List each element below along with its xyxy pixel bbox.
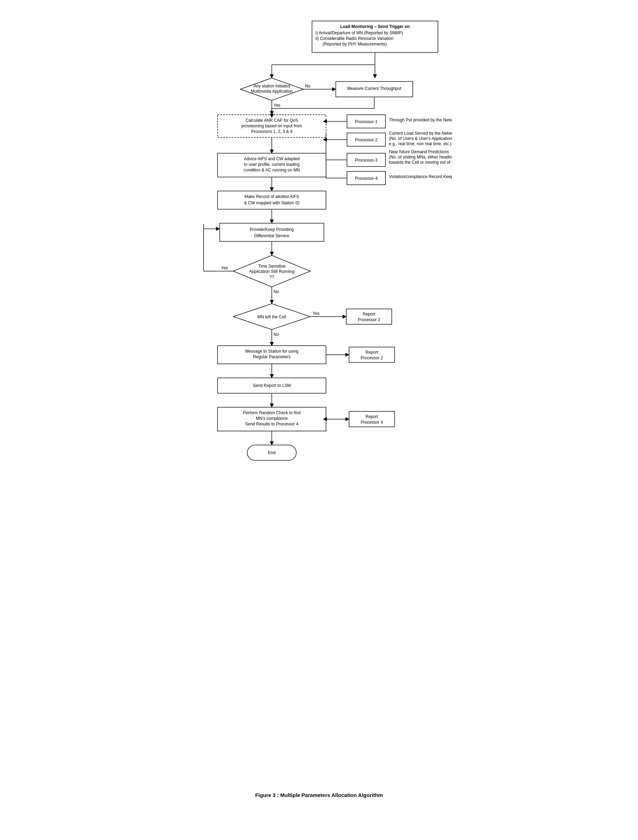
processor2-text: Processor-2 [355,137,378,142]
perform-random-l1: Perform Random Check to find [243,411,301,415]
no-label-any-station: No [305,84,311,88]
load-monitoring-line1: i) Arrival/Departure of MN (Reported by … [316,30,403,35]
make-record-l2: & CW mapped with Station ID [244,201,300,205]
processor3-label-l2: (No. of visiting MNs; either heading [389,155,452,159]
report-processor2b-l1: Report [365,350,379,355]
processor1-label: Through Put provided by the Network [389,118,452,122]
report-processor2a-l2: Processor 2 [358,317,380,322]
no-label-ts: No [273,289,279,294]
processor1-text: Processor-1 [355,119,378,124]
no-label-mn-left: No [273,332,279,337]
yes-label-mn-left: Yes [313,311,320,316]
mn-left-text: MN left the Cell [257,314,286,319]
make-record-box [218,191,326,209]
processor3-label-l1: Near future Demand Predictions [389,149,449,154]
processor4-label: Violation/compliance Record Keeper [389,174,452,179]
calc-anr-line3: Processors 1, 2, 3 & 4 [251,129,292,134]
message-station-l1: Message to Station for using [245,349,298,354]
perform-random-l3: Send Results to Processor 4 [245,422,298,426]
report-processor4-l1: Report [365,414,379,419]
arrowhead-lm-right [373,74,377,78]
arrowhead-random-rp4-right [346,417,349,421]
arrowhead-msg-send [270,374,273,378]
ts-l3: ?? [269,275,274,279]
load-monitoring-title: Load Monitoring – Send Trigger on [340,24,410,29]
yes-label-any-station: Yes [273,103,281,108]
measure-throughput-text: Measure Current Throughput [347,86,401,91]
processor2-label-l1: Current Load Served by the Network [389,131,452,136]
message-station-l2: Regular Parameters [253,354,290,359]
advice-aifs-l3: condition & AC running on MN [244,167,300,172]
arrowhead-random-end [270,442,273,445]
advice-aifs-l2: to user profile, current loading [244,162,300,167]
calc-anr-line1: Calculate ANR CAP for QoS [246,118,298,123]
provide-service-l2: Differential Service [254,233,290,238]
yes-label-ts: Yes [221,265,228,270]
arrowhead-yes-mn-left [343,315,346,318]
calc-anr-line2: provisioning based on input from [242,123,302,128]
perform-random-l2: MN's compliance [256,416,288,421]
make-record-l1: Make Record of allotted AIFS [245,194,299,199]
arrowhead-calc-advice [270,150,273,153]
load-monitoring-line2: ii) Considerable Radio Resource Variatio… [316,36,393,41]
arrowhead-no-mn-left [270,300,273,304]
report-processor2a-l1: Report [363,312,376,317]
provide-service-l1: Provide/Keep Providing [250,227,294,232]
arrowhead-msg-rp2b [346,353,349,357]
arrowhead-service-ts [270,252,273,256]
end-text: End [268,450,275,455]
send-report-text: Send Report to LSM [253,383,291,388]
any-station-line2: Multimedia Application [251,89,292,94]
flowchart-svg: Load Monitoring – Send Trigger on i) Arr… [186,14,452,784]
report-processor4-l2: Processor 4 [361,420,383,425]
ts-l1: Time Sensitive [258,264,286,269]
arrowhead-no-mn-left [270,342,273,346]
arrowhead-loop-left [216,227,220,231]
arrowhead-record-service [270,220,273,223]
processor3-text: Processor-3 [355,158,378,163]
arrowhead-no-measure [332,87,336,91]
arrowhead-to-diamond [270,74,273,78]
diagram-container: Load Monitoring – Send Trigger on i) Arr… [186,7,452,812]
processor3-label-l3: towards the Cell or moving out of Cell) [389,160,452,165]
figure-caption: Figure 3 : Multiple Parameters Allocatio… [186,792,452,798]
report-processor2b-l2: Processor 2 [361,355,383,360]
advice-aifs-l1: Advice AIFS and CW adapted [244,156,300,161]
load-monitoring-line3: (Reported by PHY Measurements) [322,42,387,47]
processor2-label-l2: (No. of Users & User's Application type … [389,136,452,141]
provide-service-box [220,223,324,242]
processor4-text: Processor-4 [355,176,378,181]
ts-l2: Application Still Running [249,269,294,274]
arrowhead-send-random [270,404,273,407]
arrowhead-advice-record [270,188,273,191]
any-station-line1: Any station Initiated [254,84,290,88]
processor2-label-l3: e.g., real time, non real time, etc.) [389,141,452,146]
